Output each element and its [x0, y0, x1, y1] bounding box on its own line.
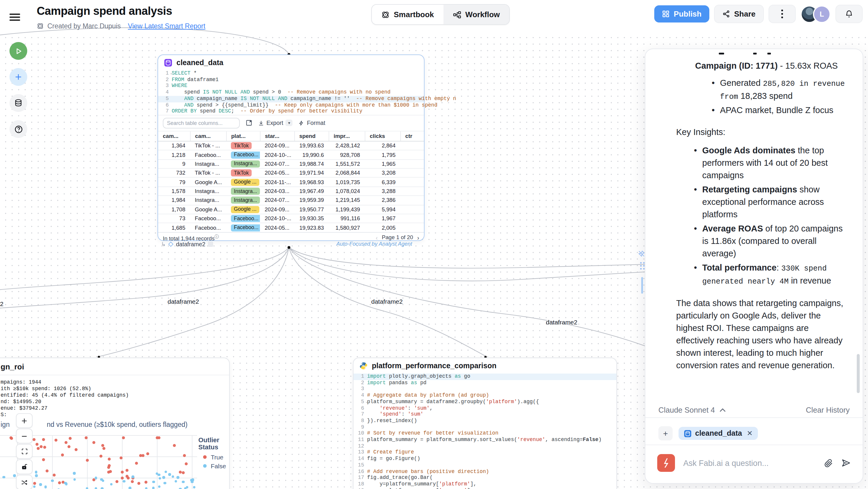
- node-platform-performance-comparison[interactable]: platform_performance_comparison 1import …: [353, 358, 617, 489]
- add-context-button[interactable]: +: [658, 426, 673, 440]
- notifications-button[interactable]: [835, 5, 863, 23]
- code-line[interactable]: 3: [353, 386, 616, 393]
- attachment-icon[interactable]: [824, 459, 833, 467]
- table-cell: 19,988.74: [294, 159, 329, 169]
- model-selector[interactable]: Claude Sonnet 4: [658, 405, 726, 414]
- output-dataframe-label[interactable]: dataframe2: [176, 241, 205, 247]
- table-row[interactable]: 1,218Faceboo...Faceboo...2024-10-...19,9…: [158, 150, 424, 159]
- panel-resize-handle[interactable]: [641, 277, 643, 294]
- help-button[interactable]: [9, 120, 27, 138]
- drag-handle-icon[interactable]: [640, 262, 645, 270]
- code-line[interactable]: 16# Add revenue bars (positive direction…: [353, 468, 616, 475]
- code-line[interactable]: 6 AND spend > {{spend_limit}} -- Keep on…: [158, 102, 424, 108]
- export-button[interactable]: Export ▾: [258, 120, 293, 126]
- sql-code-editor[interactable]: 1⌄SELECT *2FROM dataframe13WHERE4 spend …: [158, 70, 424, 115]
- code-line[interactable]: 14fig = go.Figure(): [353, 456, 616, 462]
- code-line[interactable]: 6 'revenue': 'sum',: [353, 405, 616, 411]
- column-header[interactable]: ctr: [400, 131, 424, 141]
- tab-smartbook[interactable]: Smartbook: [372, 5, 443, 24]
- node-campaign-roi[interactable]: gn_roi mpaigns: 1944 ith ≥$10k spend: 10…: [0, 358, 230, 489]
- table-cell: 2024-05...: [260, 169, 294, 178]
- context-chip-cleaned-data[interactable]: cleaned_data ✕: [679, 427, 758, 440]
- prev-page-icon[interactable]: ‹: [376, 235, 378, 241]
- unpin-panel-icon[interactable]: [638, 250, 645, 257]
- avatar-letter[interactable]: L: [813, 5, 831, 23]
- result-table[interactable]: cam...cam...plat...star...spendimpr...cl…: [158, 131, 424, 232]
- run-workflow-button[interactable]: [9, 42, 27, 60]
- code-line[interactable]: 9: [353, 424, 616, 430]
- table-cell: Instagra...: [226, 196, 260, 205]
- table-row[interactable]: 1,685Faceboo...Faceboo...2024-05...19,92…: [158, 223, 424, 232]
- share-button[interactable]: Share: [714, 5, 764, 23]
- zoom-in-button[interactable]: [16, 413, 33, 428]
- view-latest-smart-report-link[interactable]: View Latest Smart Report: [128, 23, 206, 30]
- table-row[interactable]: 732TikTok - ...TikTok2024-05...19,971.94…: [158, 169, 424, 178]
- column-header[interactable]: plat...: [226, 131, 260, 141]
- code-line[interactable]: 13# Create figure: [353, 450, 616, 456]
- code-line[interactable]: 18 y=platform_summary['platform'],: [353, 481, 616, 488]
- table-cell: TikTok: [226, 141, 260, 150]
- table-cell: 6,339: [365, 178, 400, 187]
- expand-table-icon[interactable]: [246, 120, 252, 126]
- publish-button[interactable]: Publish: [654, 5, 709, 23]
- code-line[interactable]: 11platform_summary = platform_summary.so…: [353, 437, 616, 443]
- send-icon[interactable]: [841, 458, 851, 468]
- code-line[interactable]: 1import plotly.graph_objects as go: [353, 373, 616, 380]
- code-line[interactable]: 4 spend IS NOT NULL AND spend > 0 -- Rem…: [158, 89, 424, 96]
- table-row[interactable]: 79Google A...Google ...2024-11-...19,968…: [158, 178, 424, 187]
- scatter-point: [85, 436, 88, 439]
- lock-canvas-button[interactable]: [16, 459, 33, 474]
- code-line[interactable]: 1⌄SELECT *: [158, 70, 424, 77]
- chip-remove-icon[interactable]: ✕: [747, 429, 752, 437]
- code-line[interactable]: 12: [353, 443, 616, 449]
- table-row[interactable]: 9Instagra...Instagra...2024-07...19,988.…: [158, 159, 424, 169]
- zoom-out-button[interactable]: [16, 429, 33, 444]
- panel-scrollbar[interactable]: [857, 354, 860, 393]
- next-page-icon[interactable]: ›: [417, 235, 419, 241]
- code-line[interactable]: 2import pandas as pd: [353, 380, 616, 386]
- column-header[interactable]: spend: [294, 131, 329, 141]
- clear-history-button[interactable]: Clear History: [806, 405, 850, 414]
- code-line[interactable]: 5 AND campaign_name IS NOT NULL AND camp…: [158, 96, 424, 102]
- legend-item-true[interactable]: True: [203, 454, 229, 461]
- column-header[interactable]: clicks: [365, 131, 400, 141]
- table-row[interactable]: 1,984Instagra...Instagra...2024-07...19,…: [158, 196, 424, 205]
- table-row[interactable]: 73Faceboo...Faceboo...2024-10-...19,930.…: [158, 214, 424, 223]
- scatter-point: [42, 459, 45, 461]
- code-line[interactable]: 3WHERE: [158, 83, 424, 89]
- search-table-columns-input[interactable]: [163, 118, 240, 128]
- code-line[interactable]: 4# Aggregate data by platform (ad group): [353, 393, 616, 399]
- scatter-point: [182, 471, 185, 474]
- code-line[interactable]: 5⌄platform_summary = dataframe2.groupby(…: [353, 399, 616, 405]
- column-header[interactable]: cam...: [158, 131, 190, 141]
- table-row[interactable]: 1,364TikTok - ...TikTok2024-09...19,993.…: [158, 141, 424, 150]
- code-line[interactable]: 8}).reset_index(): [353, 418, 616, 424]
- code-line[interactable]: 2FROM dataframe1: [158, 77, 424, 83]
- add-node-button[interactable]: [9, 68, 27, 86]
- code-line[interactable]: 7 'spend': 'sum': [353, 411, 616, 418]
- tab-workflow[interactable]: Workflow: [443, 5, 509, 24]
- table-cell: Faceboo...: [226, 223, 260, 232]
- more-options-button[interactable]: [769, 5, 796, 23]
- column-header[interactable]: impr...: [329, 131, 365, 141]
- output-handle[interactable]: [208, 242, 213, 247]
- export-chevron-icon[interactable]: ▾: [286, 120, 293, 126]
- code-line[interactable]: 7ORDER BY spend DESC; -- Order by spend …: [158, 108, 424, 115]
- table-row[interactable]: 1,578Instagra...Instagra...2024-03...19,…: [158, 187, 424, 196]
- code-line[interactable]: 10# Sort by revenue for better visualiza…: [353, 431, 616, 437]
- format-button[interactable]: Format: [299, 120, 326, 126]
- data-sources-button[interactable]: [9, 94, 27, 112]
- python-code-editor[interactable]: 1import plotly.graph_objects as go2impor…: [353, 373, 616, 489]
- code-line[interactable]: 17fig.add_trace(go.Bar(: [353, 475, 616, 481]
- node-cleaned-data[interactable]: cleaned_data 1⌄SELECT *2FROM dataframe13…: [157, 55, 425, 241]
- legend-item-false[interactable]: False: [203, 462, 229, 469]
- shuffle-layout-button[interactable]: [16, 475, 33, 489]
- ask-question-input[interactable]: [682, 458, 817, 468]
- table-row[interactable]: 1,708Google A...Google ...2024-09...19,9…: [158, 205, 424, 214]
- fit-view-button[interactable]: [16, 444, 33, 459]
- code-line[interactable]: 19 x=platform_summary['revenue'],: [353, 488, 616, 489]
- code-line[interactable]: 15: [353, 462, 616, 468]
- hamburger-menu-icon[interactable]: [9, 12, 20, 20]
- column-header[interactable]: cam...: [190, 131, 226, 141]
- column-header[interactable]: star...: [260, 131, 294, 141]
